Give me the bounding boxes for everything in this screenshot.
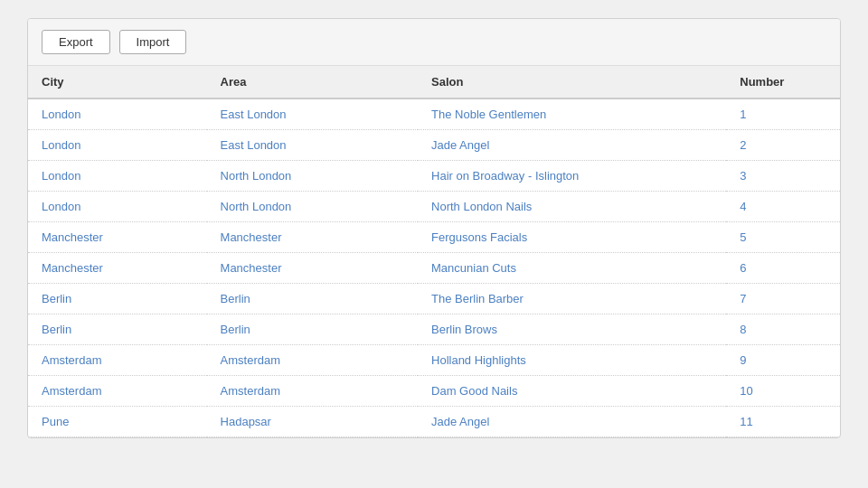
- number-link[interactable]: 10: [740, 384, 752, 398]
- cell-city: Berlin: [28, 284, 207, 314]
- area-link[interactable]: Berlin: [221, 292, 250, 305]
- city-link[interactable]: Pune: [42, 415, 69, 428]
- area-link[interactable]: Manchester: [221, 261, 282, 275]
- cell-area: Amsterdam: [207, 345, 418, 376]
- toolbar: Export Import: [28, 19, 840, 66]
- salon-link[interactable]: North London Nails: [431, 200, 532, 213]
- table-row: LondonEast LondonJade Angel2: [28, 130, 840, 161]
- area-link[interactable]: Hadapsar: [221, 415, 271, 428]
- number-link[interactable]: 11: [740, 415, 752, 428]
- salon-link[interactable]: The Berlin Barber: [431, 292, 524, 305]
- city-link[interactable]: Amsterdam: [42, 353, 101, 367]
- cell-number: 4: [726, 192, 840, 222]
- cell-area: North London: [207, 192, 418, 222]
- area-link[interactable]: North London: [221, 200, 292, 213]
- number-link[interactable]: 8: [740, 323, 746, 336]
- salon-link[interactable]: Jade Angel: [431, 415, 489, 428]
- export-button[interactable]: Export: [42, 30, 110, 54]
- table-row: AmsterdamAmsterdamDam Good Nails10: [28, 376, 840, 407]
- city-link[interactable]: Amsterdam: [42, 384, 101, 398]
- cell-salon: Berlin Brows: [418, 314, 726, 345]
- data-table: City Area Salon Number LondonEast London…: [28, 66, 840, 437]
- table-row: PuneHadapsarJade Angel11: [28, 407, 840, 437]
- number-link[interactable]: 2: [740, 138, 746, 152]
- cell-city: Manchester: [28, 253, 207, 284]
- table-row: LondonNorth LondonNorth London Nails4: [28, 192, 840, 222]
- cell-city: Manchester: [28, 222, 207, 253]
- cell-number: 1: [726, 99, 840, 130]
- number-link[interactable]: 9: [740, 353, 746, 367]
- table-row: AmsterdamAmsterdamHolland Highlights9: [28, 345, 840, 376]
- area-link[interactable]: East London: [221, 138, 287, 152]
- number-link[interactable]: 3: [740, 169, 746, 183]
- cell-number: 7: [726, 284, 840, 314]
- salon-link[interactable]: Fergusons Facials: [431, 230, 527, 244]
- number-link[interactable]: 7: [740, 292, 746, 305]
- table-row: ManchesterManchesterMancunian Cuts6: [28, 253, 840, 284]
- cell-area: Berlin: [207, 314, 418, 345]
- city-link[interactable]: Berlin: [42, 292, 71, 305]
- table-header-row: City Area Salon Number: [28, 66, 840, 99]
- cell-salon: Hair on Broadway - Islington: [418, 161, 726, 192]
- salon-link[interactable]: Berlin Brows: [431, 323, 497, 336]
- cell-number: 5: [726, 222, 840, 253]
- cell-salon: Fergusons Facials: [418, 222, 726, 253]
- city-link[interactable]: London: [42, 108, 80, 121]
- cell-city: Pune: [28, 407, 207, 437]
- import-button[interactable]: Import: [119, 30, 187, 54]
- area-link[interactable]: Amsterdam: [221, 353, 280, 367]
- salon-link[interactable]: Hair on Broadway - Islington: [431, 169, 579, 183]
- table-body: LondonEast LondonThe Noble Gentlemen1Lon…: [28, 99, 840, 437]
- salon-link[interactable]: Jade Angel: [431, 138, 489, 152]
- cell-salon: North London Nails: [418, 192, 726, 222]
- city-link[interactable]: Manchester: [42, 230, 103, 244]
- table-row: LondonNorth LondonHair on Broadway - Isl…: [28, 161, 840, 192]
- city-link[interactable]: Berlin: [42, 323, 71, 336]
- salon-link[interactable]: Holland Highlights: [431, 353, 526, 367]
- table-row: BerlinBerlinBerlin Brows8: [28, 314, 840, 345]
- cell-area: Manchester: [207, 222, 418, 253]
- cell-salon: Holland Highlights: [418, 345, 726, 376]
- salon-link[interactable]: Dam Good Nails: [431, 384, 517, 398]
- cell-city: London: [28, 130, 207, 161]
- table-row: BerlinBerlinThe Berlin Barber7: [28, 284, 840, 314]
- cell-number: 3: [726, 161, 840, 192]
- cell-area: Hadapsar: [207, 407, 418, 437]
- city-link[interactable]: Manchester: [42, 261, 103, 275]
- header-city: City: [28, 66, 207, 99]
- area-link[interactable]: Amsterdam: [221, 384, 280, 398]
- cell-number: 10: [726, 376, 840, 407]
- header-salon: Salon: [418, 66, 726, 99]
- area-link[interactable]: North London: [221, 169, 292, 183]
- cell-city: London: [28, 192, 207, 222]
- cell-salon: The Berlin Barber: [418, 284, 726, 314]
- cell-area: North London: [207, 161, 418, 192]
- cell-area: Berlin: [207, 284, 418, 314]
- cell-city: London: [28, 99, 207, 130]
- table-row: LondonEast LondonThe Noble Gentlemen1: [28, 99, 840, 130]
- salon-link[interactable]: Mancunian Cuts: [431, 261, 516, 275]
- city-link[interactable]: London: [42, 138, 80, 152]
- cell-number: 8: [726, 314, 840, 345]
- main-container: Export Import City Area Salon Number Lon…: [27, 18, 841, 438]
- cell-salon: Mancunian Cuts: [418, 253, 726, 284]
- cell-city: Berlin: [28, 314, 207, 345]
- cell-number: 9: [726, 345, 840, 376]
- salon-link[interactable]: The Noble Gentlemen: [431, 108, 546, 121]
- number-link[interactable]: 5: [740, 230, 746, 244]
- cell-salon: Dam Good Nails: [418, 376, 726, 407]
- area-link[interactable]: East London: [221, 108, 287, 121]
- city-link[interactable]: London: [42, 200, 80, 213]
- area-link[interactable]: Berlin: [221, 323, 250, 336]
- cell-number: 11: [726, 407, 840, 437]
- cell-salon: Jade Angel: [418, 130, 726, 161]
- city-link[interactable]: London: [42, 169, 80, 183]
- area-link[interactable]: Manchester: [221, 230, 282, 244]
- number-link[interactable]: 6: [740, 261, 746, 275]
- table-row: ManchesterManchesterFergusons Facials5: [28, 222, 840, 253]
- cell-salon: Jade Angel: [418, 407, 726, 437]
- cell-number: 2: [726, 130, 840, 161]
- number-link[interactable]: 1: [740, 108, 746, 121]
- cell-area: East London: [207, 130, 418, 161]
- number-link[interactable]: 4: [740, 200, 746, 213]
